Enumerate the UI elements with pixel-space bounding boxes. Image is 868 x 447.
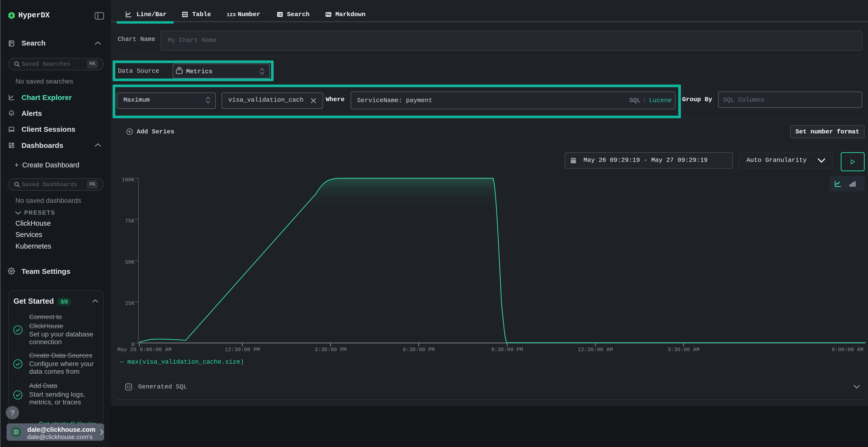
svg-text:May 26 9:00:00 AM: May 26 9:00:00 AM <box>117 347 172 353</box>
svg-text:100K: 100K <box>122 177 135 183</box>
svg-text:6:30:00 PM: 6:30:00 PM <box>403 347 435 353</box>
svg-text:75K: 75K <box>125 218 134 224</box>
svg-text:9:30:00 PM: 9:30:00 PM <box>491 347 523 353</box>
svg-text:9:00:00 AM: 9:00:00 AM <box>832 347 863 353</box>
svg-text:50K: 50K <box>125 260 134 265</box>
svg-text:25K: 25K <box>125 301 134 307</box>
svg-text:12:30:00 AM: 12:30:00 AM <box>578 347 613 353</box>
svg-text:12:30:00 PM: 12:30:00 PM <box>225 347 260 353</box>
svg-text:3:30:00 AM: 3:30:00 AM <box>668 347 700 353</box>
svg-text:3:30:00 PM: 3:30:00 PM <box>315 347 346 353</box>
